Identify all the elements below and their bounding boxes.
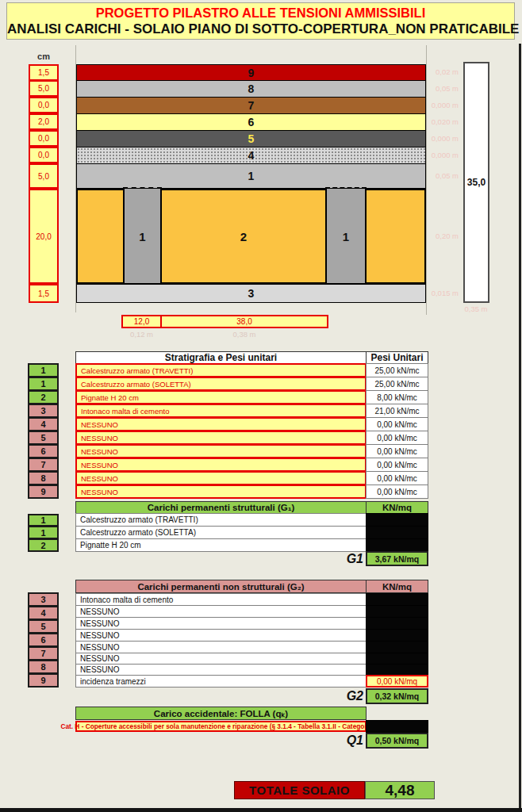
layer-1-slab: 1 [76,163,426,189]
strat-material-input[interactable]: Intonaco malta di cemento [75,404,367,418]
meter-label: 0,05 m [397,171,459,180]
meter-label: 0,02 m [397,67,459,76]
g1-total-label: G1 [238,552,363,566]
strat-material-input[interactable]: Calcestruzzo armato (SOLETTA) [75,377,367,391]
g2-index: 7 [28,646,59,661]
g2-row-label: NESSUNO [75,605,367,618]
thickness-input[interactable]: 0,0 [29,147,59,163]
g1-row-label: Pignatte H 20 cm [75,538,367,552]
strat-weight-value: 21,00 kN/mc [366,404,428,418]
block-label: 2 [160,189,327,284]
strat-material-input[interactable]: NESSUNO [75,471,367,485]
meter-label: 0,20 m [397,232,459,240]
strat-weight-value: 0,00 kN/mc [366,485,428,499]
width-joist-m: 0,12 m [121,330,162,339]
layer-5: 5 [76,130,426,147]
g2-row-label: NESSUNO [75,664,367,676]
q1-total-label: Q1 [238,733,363,748]
g1-table-header: Carichi permanenti strutturali (G₁) [75,501,367,514]
g1-index: 1 [28,526,59,539]
g1-value-header: KN/mq [366,501,428,514]
meter-label: 0,000 m [397,151,459,159]
q1-total-value: 0,50 kN/mq [366,733,428,749]
q1-category-input[interactable]: Cat. H - Coperture accessibili per sola … [75,721,367,732]
strat-table-header: Stratigrafia e Pesi unitari [75,351,367,364]
totale-solaio-label: TOTALE SOLAIO [234,781,365,799]
strat-index: 2 [28,390,59,404]
strat-weight-value: 0,00 kN/mc [366,444,428,458]
strat-index: 1 [28,363,59,377]
g2-total-label: G2 [238,689,363,703]
strat-weight-value: 25,00 kN/mc [366,377,428,391]
strat-weight-value: 25,00 kN/mc [366,363,428,377]
joist-left-label: 1 [125,189,160,284]
strat-weight-value: 8,00 kN/mc [366,390,428,404]
g1-hidden-value [366,513,428,527]
thickness-input[interactable]: 20,0 [29,189,59,284]
strat-weight-value: 0,00 kN/mc [366,471,428,485]
spreadsheet-page: PROGETTO PILASTRO ALLE TENSIONI AMMISSIB… [0,0,522,812]
g1-row-label: Calcestruzzo armato (SOLETTA) [75,526,367,539]
strat-index: 7 [28,458,59,472]
thickness-input[interactable]: 5,0 [29,80,59,97]
g2-row-label: NESSUNO [75,629,367,642]
meter-label: 0,000 m [397,134,459,143]
strat-material-input[interactable]: NESSUNO [75,417,367,431]
g2-hidden-value [366,664,428,676]
strat-index: 4 [28,417,59,431]
g2-index: 4 [28,606,59,620]
g2-index: 9 [28,673,59,688]
meter-label: 0,020 m [397,117,459,126]
g2-incidenza-value-input[interactable]: 0,00 kN/mq [366,675,428,688]
thickness-input[interactable]: 5,0 [29,163,59,189]
meter-label: 0,015 m [397,289,459,297]
strat-material-input[interactable]: NESSUNO [75,431,367,445]
g2-hidden-value [366,605,428,618]
g2-index: 6 [28,633,59,647]
g2-hidden-value [366,593,428,606]
width-block-input[interactable]: 38,0 [160,315,328,328]
g1-row-label: Calcestruzzo armato (TRAVETTI) [75,513,367,527]
strat-material-input[interactable]: Pignatte H 20 cm [75,390,367,404]
thickness-input[interactable]: 0,0 [29,97,59,113]
strat-index: 8 [28,471,59,485]
hollow-block [76,189,125,284]
meter-label: 0,05 m [397,84,459,93]
g1-hidden-value [366,538,428,552]
strat-weight-value: 0,00 kN/mc [366,431,428,445]
layer-6: 6 [76,113,426,131]
page-right-border [519,44,521,812]
g1-total-value: 3,67 kN/mq [366,551,428,566]
layer-9: 9 [76,64,426,81]
q1-hidden-value [366,720,428,733]
strat-weight-value: 0,00 kN/mc [366,417,428,431]
g2-index: 5 [28,619,59,634]
width-joist-input[interactable]: 12,0 [121,315,162,328]
total-thickness-m: 0,35 m [457,304,495,313]
g2-index: 3 [28,592,59,607]
title-block: PROGETTO PILASTRO ALLE TENSIONI AMMISSIB… [6,2,515,40]
q1-section-header: Carico accidentale: FOLLA (qₖ) [75,707,367,720]
g2-row-label: NESSUNO [75,653,367,665]
g2-index: 8 [28,660,59,674]
strat-index: 1 [28,377,59,391]
layer-8: 8 [76,80,426,98]
strat-value-header: Pesi Unitari [366,351,428,364]
g2-row-label: NESSUNO [75,617,367,630]
strat-material-input[interactable]: NESSUNO [75,444,367,458]
thickness-input[interactable]: 1,5 [29,64,59,81]
strat-material-input[interactable]: Calcestruzzo armato (TRAVETTI) [75,363,367,377]
thickness-input[interactable]: 2,0 [29,113,59,130]
totale-solaio-value: 4,48 [365,781,435,799]
g2-incidenza-label: incidenza tramezzi [75,675,367,688]
total-thickness-box: 35,0 [463,62,489,303]
meter-label: 0,000 m [397,101,459,109]
thickness-input[interactable]: 1,5 [29,284,59,303]
strat-index: 6 [28,444,59,458]
g2-row-label: Intonaco malta di cemento [75,593,367,606]
g2-hidden-value [366,653,428,665]
strat-material-input[interactable]: NESSUNO [75,485,367,499]
thickness-input[interactable]: 0,0 [29,130,59,147]
g1-hidden-value [366,526,428,539]
strat-material-input[interactable]: NESSUNO [75,458,367,472]
